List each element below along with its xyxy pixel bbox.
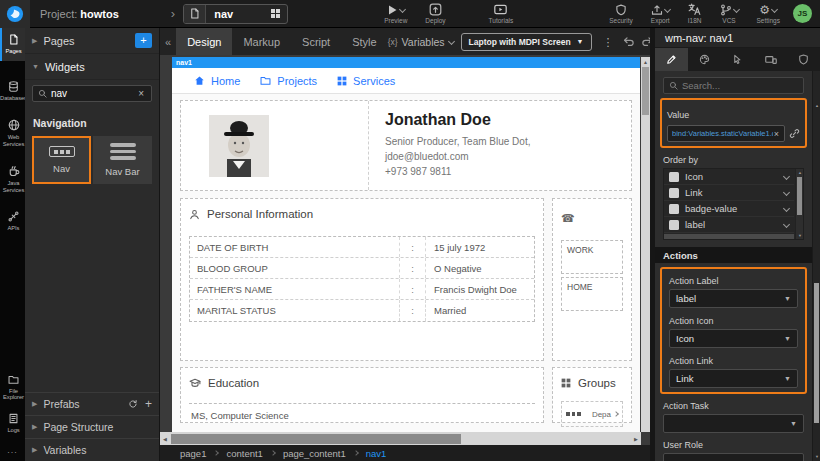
widgets-section-header[interactable]: ▼ Widgets <box>25 54 159 80</box>
variables-section-header[interactable]: ▶ Variables <box>25 438 159 461</box>
security-button[interactable]: Security <box>609 3 632 24</box>
horizontal-scroll-thumb[interactable] <box>171 434 461 444</box>
vcs-button[interactable]: VCS <box>720 3 739 24</box>
chevron-down-icon[interactable] <box>783 189 790 196</box>
breadcrumb-item[interactable]: page_content1 <box>283 448 346 459</box>
scroll-left-icon[interactable]: ◀ <box>160 432 170 445</box>
bind-link-icon[interactable] <box>789 128 800 139</box>
breadcrumb-item-current[interactable]: nav1 <box>366 448 387 459</box>
scroll-up-icon[interactable]: ▲ <box>813 103 820 108</box>
sidebar-item-pages[interactable]: Pages <box>0 28 25 61</box>
more-options-icon[interactable]: ⋮ <box>599 40 618 44</box>
sidebar-item-file-explorer[interactable]: File Explorer <box>0 368 25 407</box>
order-by-item-icon[interactable]: Icon <box>664 169 794 185</box>
value-binding-field[interactable]: × <box>667 125 785 142</box>
tab-script[interactable]: Script <box>291 28 341 55</box>
nav-item-services[interactable]: Services <box>337 75 395 87</box>
tab-events[interactable] <box>721 48 754 71</box>
wavemaker-logo[interactable] <box>0 0 30 28</box>
sidebar-item-databases[interactable]: Databases <box>0 75 25 108</box>
tab-design[interactable]: Design <box>176 28 232 55</box>
scroll-up-icon[interactable]: ▲ <box>796 169 804 176</box>
canvas-vertical-scrollbar[interactable]: ▲ <box>641 57 650 432</box>
nav-item-projects[interactable]: Projects <box>260 75 317 87</box>
user-role-select[interactable]: ▼ <box>663 453 804 461</box>
checkbox[interactable] <box>669 188 679 198</box>
breadcrumb-item[interactable]: content1 <box>226 448 262 459</box>
action-label-select[interactable]: label ▼ <box>669 289 798 308</box>
clear-binding-icon[interactable]: × <box>773 129 780 139</box>
order-by-scrollbar[interactable]: ▲ ▼ <box>795 169 803 239</box>
variables-dropdown[interactable]: {x} Variables <box>388 36 454 48</box>
user-avatar[interactable]: JS <box>793 4 812 23</box>
tutorials-button[interactable]: Tutorials <box>489 3 514 24</box>
i18n-button[interactable]: I18N <box>688 3 702 24</box>
action-icon-select[interactable]: Icon ▼ <box>669 329 798 348</box>
nav-item-home[interactable]: Home <box>194 75 240 87</box>
actions-section-header[interactable]: Actions <box>655 247 812 263</box>
nav-item-label: Home <box>211 75 240 87</box>
widget-search-input[interactable] <box>51 88 136 99</box>
properties-panel-scrollbar[interactable]: ▲ ▼ <box>812 71 820 461</box>
scroll-thumb[interactable] <box>814 283 819 423</box>
more-icon[interactable]: ... <box>0 439 25 461</box>
device-selector[interactable]: Laptop with MDPI Screen ▼ <box>461 33 592 51</box>
page-selector[interactable]: nav <box>183 4 288 24</box>
sidebar-item-web-services[interactable]: Web Services <box>0 113 25 153</box>
tab-devices[interactable] <box>754 48 787 71</box>
nav-widget: Home Projects Services <box>172 68 640 94</box>
navbar-widget-icon <box>110 143 136 160</box>
tab-security[interactable] <box>787 48 820 71</box>
undo-button[interactable] <box>622 35 635 48</box>
widget-search[interactable]: × <box>32 85 152 102</box>
property-search-input[interactable] <box>682 80 798 91</box>
add-page-button[interactable]: + <box>135 33 152 48</box>
order-by-item-label-field[interactable]: label <box>664 217 794 233</box>
value-binding-input[interactable] <box>672 129 773 138</box>
tab-style[interactable]: Style <box>341 28 387 55</box>
chevron-down-icon[interactable] <box>783 205 790 212</box>
refresh-icon[interactable] <box>128 399 138 409</box>
sidebar-item-apis[interactable]: APIs <box>0 205 25 238</box>
action-link-select[interactable]: Link ▼ <box>669 369 798 388</box>
tab-styles[interactable] <box>688 48 721 71</box>
scroll-right-icon[interactable]: ▶ <box>631 432 641 445</box>
selected-widget-bar[interactable]: nav1 <box>172 57 640 68</box>
collapse-left-panel-icon[interactable]: « <box>160 36 176 48</box>
order-by-item-badge-value[interactable]: badge-value <box>664 201 794 217</box>
page-grid-icon[interactable] <box>271 9 280 18</box>
tab-markup[interactable]: Markup <box>232 28 291 55</box>
add-prefab-icon[interactable]: + <box>145 397 152 411</box>
breadcrumb-item[interactable]: page1 <box>180 448 206 459</box>
property-search[interactable] <box>663 77 804 94</box>
vertical-scroll-thumb[interactable] <box>642 67 649 115</box>
scroll-up-icon[interactable]: ▲ <box>641 57 650 66</box>
chevron-down-icon[interactable] <box>783 173 790 180</box>
sidebar-item-java-services[interactable]: Java Services <box>0 159 25 199</box>
preview-button[interactable]: Preview <box>384 3 407 24</box>
scroll-thumb[interactable] <box>797 177 802 215</box>
tab-properties[interactable] <box>655 48 688 71</box>
order-by-item-link[interactable]: Link <box>664 185 794 201</box>
chevron-down-icon[interactable] <box>783 221 790 228</box>
checkbox[interactable] <box>669 172 679 182</box>
checkbox[interactable] <box>669 204 679 214</box>
canvas-horizontal-scrollbar[interactable]: ◀ ▶ <box>160 432 641 445</box>
clear-search-icon[interactable]: × <box>136 88 146 99</box>
export-button[interactable]: Export <box>651 3 670 24</box>
prefabs-section-header[interactable]: ▶ Prefabs + <box>25 392 159 415</box>
deploy-button[interactable]: Deploy <box>425 3 445 24</box>
settings-button[interactable]: ⚙ Settings <box>757 3 781 24</box>
action-task-select[interactable]: ▼ <box>663 414 804 433</box>
scroll-down-icon[interactable]: ▼ <box>813 454 820 459</box>
widget-tile-label: Nav <box>53 163 70 174</box>
personal-info-title: Personal Information <box>207 208 313 220</box>
checkbox[interactable] <box>669 220 679 230</box>
sidebar-item-logs[interactable]: Logs <box>0 407 25 440</box>
widget-tile-nav[interactable]: Nav <box>32 136 91 184</box>
pages-section-header[interactable]: ▶ Pages + <box>25 28 159 54</box>
page-structure-section-header[interactable]: ▶ Page Structure <box>25 415 159 438</box>
page-name: nav <box>206 8 264 20</box>
widget-tile-navbar[interactable]: Nav Bar <box>93 136 152 184</box>
scroll-down-icon[interactable]: ▼ <box>796 232 804 239</box>
